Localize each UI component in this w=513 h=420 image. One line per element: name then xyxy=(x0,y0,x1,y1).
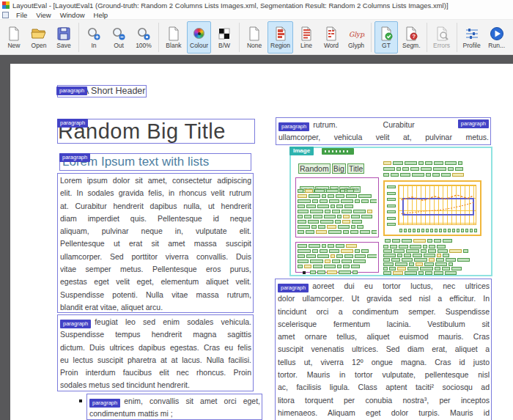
word-blob-row xyxy=(383,262,486,266)
word-blob-row xyxy=(298,254,377,258)
toolbar-button-label: Profile xyxy=(463,42,481,49)
save-icon xyxy=(55,26,73,41)
region-type-tag[interactable] xyxy=(322,148,354,155)
toolbar-button-new[interactable]: New xyxy=(2,21,26,54)
image-region[interactable]: Image RandomBigTitleLoremIpsumtextwithli… xyxy=(289,147,492,276)
toolbar-button-label: Region xyxy=(270,42,290,49)
toolbar-button-word[interactable]: Word xyxy=(320,21,343,54)
word-blob-row xyxy=(298,189,377,193)
paragraph-tag[interactable]: paragraph xyxy=(278,122,309,131)
text-line: tincidunt orci a condimentum semper. Sus… xyxy=(278,306,490,318)
word-blob-row xyxy=(298,194,377,198)
profile-icon xyxy=(463,26,481,41)
word-blob-row xyxy=(298,265,377,268)
toolbar-button-label: GT xyxy=(382,42,391,49)
paragraph-tag[interactable]: paragraph xyxy=(60,320,91,328)
text-line: scelerisque fermentum lacinia. Vestibulu… xyxy=(278,318,490,331)
menu-bar: FileViewWindowHelp xyxy=(0,10,513,20)
toolbar-button-label: Word xyxy=(324,42,339,49)
toolbar-button-run[interactable]: Run... xyxy=(485,21,509,54)
word-blob-row xyxy=(298,244,377,248)
paragraph-tag[interactable]: paragraph xyxy=(56,86,87,95)
text-line: egestas eget velit eget, elementum aliqu… xyxy=(60,276,251,288)
text-line: aliquam, pulvinar neque in, vulputate el… xyxy=(60,225,251,237)
section-heading-region[interactable]: paragraph Lorem Ipsum text with lists xyxy=(59,153,251,171)
short-header-region[interactable]: paragraph A Short Header xyxy=(57,85,147,97)
word-blob-row xyxy=(298,259,377,263)
toolbar-button-colour[interactable]: Colour xyxy=(187,21,211,54)
word-blob-row xyxy=(383,258,486,262)
toolbar-button-none[interactable]: None xyxy=(243,21,266,54)
word-blob-row xyxy=(298,249,377,253)
text-line: Lorem ipsum dolor sit amet, consectetur … xyxy=(60,174,251,187)
menu-help[interactable]: Help xyxy=(89,10,113,20)
paragraph-tag[interactable]: paragraph xyxy=(89,399,120,408)
text-line: litora torquent per conubia nostra³, per… xyxy=(278,394,490,407)
text-line: condimentum mattis mi ; xyxy=(89,408,260,420)
right-paragraph-1-region[interactable]: paragraph paragraphrutrum. Curabitur tin… xyxy=(276,117,491,145)
image-tag[interactable]: Image xyxy=(289,147,314,155)
left-paragraph-1-region[interactable]: Lorem ipsum dolor sit amet, consectetur … xyxy=(57,173,254,313)
word-blob-row xyxy=(298,230,377,234)
word-blob-row xyxy=(298,205,377,208)
toolbar-button-label: Glyph xyxy=(348,42,364,49)
gt-icon xyxy=(377,26,395,41)
title-bar: LayoutEval - [LayoutEval1 (Ground-truth:… xyxy=(0,0,513,10)
word-blob-row xyxy=(298,220,377,224)
word-blob-row xyxy=(383,271,486,275)
text-line: ac, facilisis ligula. Class aptent tacit… xyxy=(278,381,490,394)
toolbar-button-bw[interactable]: B/W xyxy=(213,21,236,54)
text-line: at. Curabitur hendrerit dapibus nulla, u… xyxy=(60,200,251,213)
none-icon xyxy=(246,26,263,41)
menu-file[interactable]: File xyxy=(12,10,32,20)
menu-window[interactable]: Window xyxy=(56,10,89,20)
big-title-region[interactable]: paragraph Random Big Title xyxy=(57,119,255,144)
text-line: ullamcorper. Sed porttitor viverra conva… xyxy=(60,251,251,263)
zoom-100-icon xyxy=(135,26,152,41)
toolbar-button-out[interactable]: Out xyxy=(107,21,130,54)
toolbar-button-line[interactable]: Line xyxy=(295,21,318,54)
toolbar-separator xyxy=(239,23,240,52)
text-line: paragraphfeugiat leo sed enim sodales ve… xyxy=(60,316,251,328)
toolbar-button-label: Line xyxy=(300,42,312,49)
toolbar-button-save[interactable]: Save xyxy=(52,21,75,54)
blank-icon xyxy=(165,26,182,41)
toolbar-button-label: In xyxy=(91,42,96,49)
thumbnail-chart xyxy=(383,180,481,236)
document-page[interactable]: paragraph A Short Header paragraph Rando… xyxy=(10,64,513,420)
toolbar-separator xyxy=(158,23,159,52)
paragraph-tag[interactable]: paragraph xyxy=(57,119,88,128)
toolbar-button-segm[interactable]: ?Segm. xyxy=(399,21,424,54)
text-line: elit. In sodales gravida felis, in rhonc… xyxy=(60,187,251,199)
bw-icon xyxy=(215,26,233,41)
text-line: Proin interdum faucibus elit nec rhoncus… xyxy=(60,366,251,379)
toolbar-button-blank[interactable]: Blank xyxy=(162,21,185,54)
word-blob-row xyxy=(383,167,486,171)
toolbar-button-region[interactable]: Region xyxy=(267,21,293,54)
document-window-icon xyxy=(2,12,9,18)
paragraph-tag[interactable]: paragraph xyxy=(278,284,309,292)
toolbar-button-glyph[interactable]: GlyphGlyph xyxy=(344,21,368,54)
toolbar-button-open[interactable]: Open xyxy=(27,21,51,54)
word-blob-row xyxy=(310,270,376,274)
toolbar-button-errors[interactable]: Errors xyxy=(430,21,454,54)
right-paragraph-2-region[interactable]: paragraphaoreet dui eu tortor luctus, ne… xyxy=(275,279,492,420)
toolbar-button-gt[interactable]: GT xyxy=(374,21,398,54)
toolbar-button-in[interactable]: In xyxy=(82,21,106,54)
word-blob-row xyxy=(298,210,377,213)
left-paragraph-2-region[interactable]: paragraphfeugiat leo sed enim sodales ve… xyxy=(57,314,254,391)
word-blob-row xyxy=(383,249,486,253)
paragraph-tag[interactable]: paragraph xyxy=(458,119,489,128)
menu-view[interactable]: View xyxy=(32,10,55,20)
text-line: Suspendisse tempus hendrerit magna sagit… xyxy=(60,328,251,341)
bullet-item-region[interactable]: paragraphenim, convallis sit amet orci e… xyxy=(86,394,262,420)
toolbar-button-profile[interactable]: Profile xyxy=(460,21,484,54)
word-icon xyxy=(322,26,340,41)
paragraph-tag[interactable]: paragraph xyxy=(59,153,90,162)
text-line: Pellentesque ut erat sit amet massa susc… xyxy=(60,237,251,250)
text-line: eu lectus suscipit pharetra at at lacus.… xyxy=(60,354,251,366)
word-blob-row xyxy=(298,225,377,229)
text-line: blandit erat vitae, aliquet arcu. xyxy=(60,301,251,314)
toolbar-button-100[interactable]: 100% xyxy=(132,21,155,54)
text-line: vitae semper metus. Pellentesque eros pu… xyxy=(60,263,251,276)
